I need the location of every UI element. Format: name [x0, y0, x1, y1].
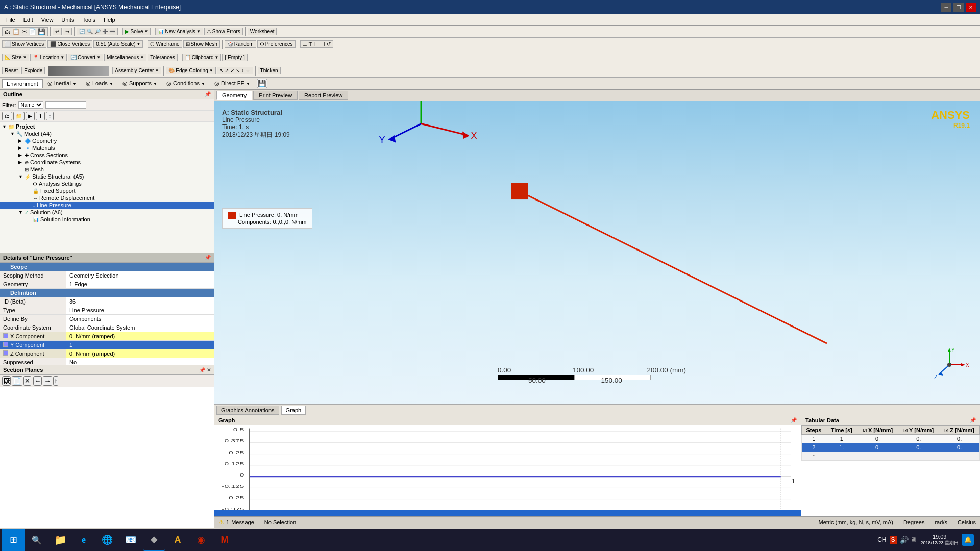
undo-button[interactable]: ↩ [53, 28, 62, 35]
details-pin-icon[interactable]: 📌 [205, 255, 211, 261]
random-button[interactable]: 🎲 Random [225, 40, 256, 48]
tolerances-button[interactable]: Tolerances [148, 54, 177, 61]
sp-btn1[interactable]: 🖼 [2, 376, 11, 386]
viewport-tab-print-preview[interactable]: Print Preview [253, 91, 298, 100]
solution-toggle[interactable]: ▼ [18, 210, 24, 215]
sp-btn6[interactable]: ↑ [53, 376, 59, 386]
y-component-value[interactable] [66, 340, 214, 349]
y-checkbox[interactable]: ☑ [903, 428, 908, 433]
view-icons[interactable]: ⊥ ⊤ ⊢ ⊣ ↺ [300, 40, 333, 48]
assembly-center-button[interactable]: Assembly Center ▼ [112, 67, 161, 74]
taskbar-anark[interactable]: A [166, 529, 189, 551]
cross-sections-toggle[interactable]: ▶ [18, 153, 24, 158]
taskbar-outlook[interactable]: 📧 [119, 529, 142, 551]
explode-button[interactable]: Explode [21, 67, 45, 74]
tabular-pin-icon[interactable]: 📌 [970, 417, 976, 423]
clipboard-button[interactable]: 📋 Clipboard ▼ [182, 54, 222, 61]
materials-toggle[interactable]: ▶ [18, 145, 24, 151]
graph-pin-icon[interactable]: 📌 [791, 417, 797, 423]
taskbar-chrome[interactable]: 🌐 [96, 529, 118, 551]
worksheet-button[interactable]: Worksheet [248, 28, 277, 35]
size-button[interactable]: 📐 Size ▼ [2, 54, 29, 61]
static-structural-toggle[interactable]: ▼ [18, 174, 24, 179]
taskbar-file-explorer[interactable]: 📁 [49, 529, 71, 551]
y-component-input[interactable] [69, 342, 211, 348]
thicken-button[interactable]: Thicken [258, 67, 281, 74]
tree-item-mesh[interactable]: ⊞ Mesh [0, 166, 214, 173]
viewport-tab-geometry[interactable]: Geometry [216, 91, 252, 100]
tree-item-analysis-settings[interactable]: ⚙ Analysis Settings [0, 180, 214, 187]
tree-item-line-pressure[interactable]: ↓ Line Pressure [0, 202, 214, 209]
tree-item-solution-info[interactable]: 📊 Solution Information [0, 216, 214, 223]
show-errors-button[interactable]: ⚠ Show Errors [204, 28, 243, 35]
menu-view[interactable]: View [37, 16, 58, 24]
geometry-toggle[interactable]: ▶ [18, 138, 24, 143]
close-vertices-button[interactable]: ⬛ Close Vertices [47, 40, 92, 48]
miscellaneous-button[interactable]: Miscellaneous ▼ [104, 54, 146, 61]
section-planes-close-icon[interactable]: ✕ [207, 367, 211, 373]
sp-btn4[interactable]: ← [33, 376, 42, 386]
coord-systems-toggle[interactable]: ▶ [18, 160, 24, 165]
window-controls[interactable]: ─ ❐ ✕ [941, 3, 976, 12]
restore-button[interactable]: ❐ [953, 3, 964, 12]
taskbar-app8[interactable]: ◉ [190, 529, 212, 551]
sp-btn2[interactable]: 📄 [12, 376, 22, 386]
x-component-checkbox[interactable] [3, 333, 8, 338]
viewport-tab-report-preview[interactable]: Report Preview [299, 91, 348, 100]
notification-button[interactable]: 🔔 [962, 534, 974, 546]
project-toggle[interactable]: ▼ [2, 124, 8, 129]
tab-conditions[interactable]: ◎ Conditions ▼ [162, 79, 210, 88]
graph-scroll-thumb[interactable] [214, 510, 801, 516]
menu-units[interactable]: Units [57, 16, 78, 24]
taskbar-search[interactable]: 🔍 [26, 529, 48, 551]
empty-button[interactable]: [ Empty ] [222, 54, 247, 61]
toolbar-icons[interactable]: 🗂 📋 ✂ 📄 💾 [2, 27, 48, 36]
reset-button[interactable]: Reset [2, 67, 20, 74]
outline-toolbar-btn1[interactable]: 🗂 [2, 112, 12, 120]
menu-tools[interactable]: Tools [78, 16, 100, 24]
env-save-button[interactable]: 💾 [257, 79, 267, 88]
menu-edit[interactable]: Edit [19, 16, 37, 24]
tree-item-static-structural[interactable]: ▼ ⚡ Static Structural (A5) [0, 173, 214, 180]
redo-button[interactable]: ↪ [63, 28, 72, 35]
minimize-button[interactable]: ─ [941, 3, 951, 12]
show-vertices-button[interactable]: ⬜ Show Vertices [2, 40, 46, 48]
filter-type-select[interactable]: Name [18, 101, 43, 109]
viewport-3d[interactable]: A: Static Structural Line Pressure Time:… [214, 101, 980, 404]
section-planes-pin-icon[interactable]: 📌 [199, 367, 205, 373]
bottom-tab-graph[interactable]: Graph [281, 406, 306, 415]
outline-toolbar-btn4[interactable]: ⬆ [36, 112, 45, 120]
tab-loads[interactable]: ◎ Loads ▼ [81, 79, 118, 88]
tab-inertial[interactable]: ◎ Inertial ▼ [43, 79, 81, 88]
edge-coloring-button[interactable]: 🎨 Edge Coloring ▼ [166, 67, 215, 74]
menu-file[interactable]: File [2, 16, 19, 24]
taskbar-gmail[interactable]: M [213, 529, 236, 551]
location-button[interactable]: 📍 Location ▼ [30, 54, 67, 61]
tree-item-project[interactable]: ▼ 📁 Project [0, 123, 214, 130]
z-checkbox[interactable]: ☑ [944, 428, 948, 433]
x-checkbox[interactable]: ☑ [863, 428, 867, 433]
tree-item-solution[interactable]: ▼ ✓ Solution (A6) [0, 209, 214, 216]
y-component-checkbox[interactable] [3, 342, 8, 347]
tree-item-fixed-support[interactable]: 🔒 Fixed Support [0, 187, 214, 194]
convert-button[interactable]: 🔄 Convert ▼ [68, 54, 103, 61]
taskbar-edge[interactable]: e [72, 529, 95, 551]
outline-toolbar-btn2[interactable]: 📁 [13, 112, 24, 120]
tree-item-coord-systems[interactable]: ▶ ⊕ Coordinate Systems [0, 159, 214, 166]
show-mesh-button[interactable]: ⊞ Show Mesh [183, 40, 220, 48]
wireframe-button[interactable]: ⬡ Wireframe [148, 40, 182, 48]
preferences-button[interactable]: ⚙ Preferences [257, 40, 296, 48]
tree-item-cross-sections[interactable]: ▶ ✚ Cross Sections [0, 152, 214, 159]
tree-item-geometry[interactable]: ▶ 🔷 Geometry [0, 137, 214, 144]
outline-toolbar-btn5[interactable]: ↕ [46, 112, 54, 120]
sp-btn5[interactable]: → [43, 376, 52, 386]
close-button[interactable]: ✕ [966, 3, 976, 12]
menu-help[interactable]: Help [100, 16, 119, 24]
tree-item-remote-displacement[interactable]: ↔ Remote Displacement [0, 194, 214, 202]
start-button[interactable]: ⊞ [2, 529, 24, 551]
taskbar-app6[interactable]: ◆ [143, 529, 165, 551]
bottom-tab-annotations[interactable]: Graphics Annotations [216, 406, 279, 415]
explode-slider[interactable] [48, 66, 109, 76]
y-component-row[interactable]: Y Component [0, 340, 214, 349]
nav-icons[interactable]: 🔄 🔍 🔎 ➕ ➖ [77, 28, 118, 35]
